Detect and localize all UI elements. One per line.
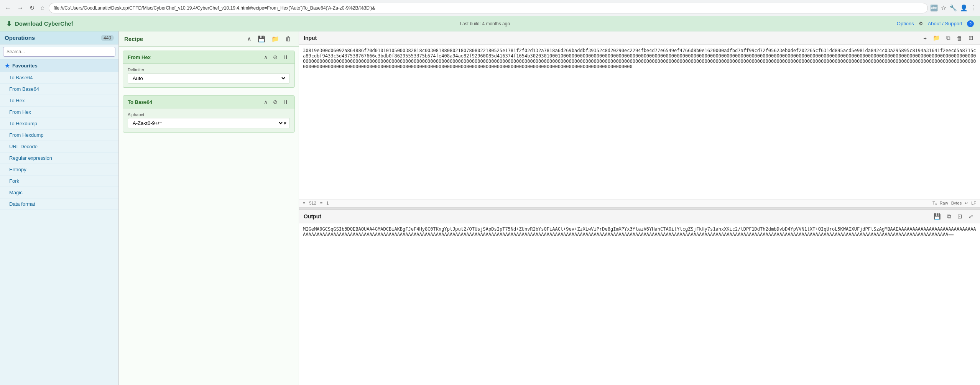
sidebar-item-from-base64[interactable]: From Base64 xyxy=(0,84,118,95)
input-footer-right: Tₐ Raw Bytes ↵ LF xyxy=(932,201,976,206)
input-header: Input + 📁 ⧉ 🗑 ⊞ xyxy=(299,31,980,45)
to-base64-card-header: To Base64 ∧ ⊘ ⏸ xyxy=(123,96,294,108)
bytes-label[interactable]: Bytes xyxy=(951,201,962,205)
app-brand: ⬇ Download CyberChef xyxy=(6,20,73,28)
input-lines: 1 xyxy=(326,201,329,205)
input-content[interactable]: 30819e300d06092a864886f70d01010105000382… xyxy=(299,45,980,199)
alphabet-label: Alphabet xyxy=(128,112,290,117)
delimiter-select[interactable]: Auto Space Comma Semi-colon Colon Line f… xyxy=(131,75,286,82)
recipe-title: Recipe xyxy=(124,36,143,42)
build-info: Last build: 4 months ago xyxy=(460,21,510,26)
gear-icon: ⚙ xyxy=(919,21,923,26)
options-link[interactable]: Options xyxy=(897,21,914,26)
sidebar-item-magic[interactable]: Magic xyxy=(0,187,118,198)
to-base64-card: To Base64 ∧ ⊘ ⏸ Alphabet A-Za-z0-9+/= A-… xyxy=(123,95,295,133)
download-icon: ⬇ xyxy=(6,20,12,28)
address-bar[interactable] xyxy=(49,3,928,13)
input-split-button[interactable]: ⧉ xyxy=(944,34,952,42)
raw-label[interactable]: Raw xyxy=(940,201,948,205)
input-lines-icon: ≡ xyxy=(320,201,322,205)
to-base64-disable-button[interactable]: ⊘ xyxy=(271,98,279,105)
io-area: Input + 📁 ⧉ 🗑 ⊞ 30819e300d06092a864886f7… xyxy=(299,31,980,385)
load-recipe-button[interactable]: 📁 xyxy=(270,34,281,43)
sidebar-item-data-format[interactable]: Data format xyxy=(0,198,118,210)
alphabet-field[interactable]: A-Za-z0-9+/= A-Za-z0-9-_= A-Za-z0-9+/ ▾ xyxy=(128,118,290,128)
from-hex-card-body: Delimiter Auto Space Comma Semi-colon Co… xyxy=(123,64,294,87)
search-input[interactable] xyxy=(3,47,115,57)
from-hex-disable-button[interactable]: ⊘ xyxy=(271,54,279,61)
sidebar-item-from-hexdump[interactable]: From Hexdump xyxy=(0,129,118,141)
output-panel: Output 💾 ⧉ ⊡ ⤢ MIGeMA0GCSqGSIb3DQEBAQUAA… xyxy=(299,210,980,385)
output-toolbar: 💾 ⧉ ⊡ ⤢ xyxy=(932,212,975,221)
input-toolbar: + 📁 ⧉ 🗑 ⊞ xyxy=(921,34,975,42)
sidebar-item-from-hex[interactable]: From Hex xyxy=(0,106,118,118)
clear-recipe-button[interactable]: 🗑 xyxy=(283,35,293,43)
delimiter-label: Delimiter xyxy=(128,67,290,72)
input-add-button[interactable]: + xyxy=(921,34,929,42)
to-base64-card-controls: ∧ ⊘ ⏸ xyxy=(262,98,290,105)
sidebar-count: 440 xyxy=(101,35,114,41)
output-fullscreen-button[interactable]: ⤢ xyxy=(967,212,975,221)
translate-icon: 🔤 xyxy=(930,4,938,11)
sidebar: Operations 440 ★ Favourites To Base64 Fr… xyxy=(0,31,119,385)
menu-icon: ⋮ xyxy=(971,4,977,11)
to-base64-card-title: To Base64 xyxy=(128,99,152,105)
to-base64-card-body: Alphabet A-Za-z0-9+/= A-Za-z0-9-_= A-Za-… xyxy=(123,108,294,132)
output-window-button[interactable]: ⊡ xyxy=(955,212,964,221)
input-folder-button[interactable]: 📁 xyxy=(931,34,942,42)
delimiter-field[interactable]: Auto Space Comma Semi-colon Colon Line f… xyxy=(128,73,290,84)
bookmark-icon: ☆ xyxy=(941,4,946,11)
output-header: Output 💾 ⧉ ⊡ ⤢ xyxy=(299,210,980,223)
input-grid-button[interactable]: ⊞ xyxy=(967,34,975,42)
alphabet-select[interactable]: A-Za-z0-9+/= A-Za-z0-9-_= A-Za-z0-9+/ xyxy=(131,120,284,126)
sidebar-item-to-hexdump[interactable]: To Hexdump xyxy=(0,118,118,129)
sidebar-title: Operations xyxy=(5,34,35,41)
forward-button[interactable]: → xyxy=(15,4,25,12)
home-button[interactable]: ⌂ xyxy=(39,4,46,12)
output-copy-button[interactable]: ⧉ xyxy=(945,212,953,221)
sidebar-item-entropy[interactable]: Entropy xyxy=(0,164,118,175)
output-title: Output xyxy=(304,213,321,220)
input-trash-button[interactable]: 🗑 xyxy=(955,34,964,42)
save-recipe-button[interactable]: 💾 xyxy=(256,34,267,43)
account-icon: 👤 xyxy=(960,4,968,11)
from-hex-pause-button[interactable]: ⏸ xyxy=(281,54,290,61)
input-return-icon: ↵ xyxy=(965,201,968,206)
text-icon: Tₐ xyxy=(932,201,937,206)
output-save-button[interactable]: 💾 xyxy=(932,212,943,221)
back-button[interactable]: ← xyxy=(3,4,13,12)
from-hex-collapse-button[interactable]: ∧ xyxy=(262,54,269,61)
favourites-header[interactable]: ★ Favourites xyxy=(0,59,118,72)
search-box xyxy=(0,44,118,59)
favourites-label: Favourites xyxy=(12,63,38,69)
newline-label: LF xyxy=(971,201,976,205)
from-hex-card-controls: ∧ ⊘ ⏸ xyxy=(262,54,290,61)
to-base64-collapse-button[interactable]: ∧ xyxy=(262,98,269,105)
input-footer-left: ≡ 512 ≡ 1 xyxy=(303,201,329,205)
to-base64-pause-button[interactable]: ⏸ xyxy=(281,98,290,105)
main-layout: Operations 440 ★ Favourites To Base64 Fr… xyxy=(0,31,980,385)
sidebar-item-fork[interactable]: Fork xyxy=(0,175,118,187)
input-footer: ≡ 512 ≡ 1 Tₐ Raw Bytes ↵ LF xyxy=(299,199,980,207)
input-title: Input xyxy=(304,35,317,41)
help-icon[interactable]: ? xyxy=(967,20,974,27)
brand-label[interactable]: Download CyberChef xyxy=(15,20,73,27)
sidebar-item-regex[interactable]: Regular expression xyxy=(0,152,118,164)
recipe-area: Recipe ∧ 💾 📁 🗑 From Hex ∧ ⊘ ⏸ Delimiter xyxy=(119,31,299,385)
input-chars-label: ≡ xyxy=(303,201,305,205)
sidebar-header: Operations 440 xyxy=(0,31,118,44)
favourites-section: ★ Favourites To Base64 From Base64 To He… xyxy=(0,59,118,210)
input-chars: 512 xyxy=(309,201,316,205)
app-bar: ⬇ Download CyberChef Last build: 4 month… xyxy=(0,16,980,31)
sidebar-item-url-decode[interactable]: URL Decode xyxy=(0,141,118,152)
sidebar-item-to-base64[interactable]: To Base64 xyxy=(0,72,118,84)
browser-chrome: ← → ↻ ⌂ 🔤 ☆ 🔧 👤 ⋮ xyxy=(0,0,980,16)
from-hex-card: From Hex ∧ ⊘ ⏸ Delimiter Auto Space Comm… xyxy=(123,51,295,88)
about-support-link[interactable]: About / Support xyxy=(928,21,962,26)
reload-button[interactable]: ↻ xyxy=(28,3,36,12)
sidebar-items: To Base64 From Base64 To Hex From Hex To… xyxy=(0,72,118,210)
recipe-toolbar: ∧ 💾 📁 🗑 xyxy=(245,34,293,43)
sidebar-item-to-hex[interactable]: To Hex xyxy=(0,95,118,106)
collapse-all-button[interactable]: ∧ xyxy=(245,34,253,43)
from-hex-card-title: From Hex xyxy=(128,54,151,60)
